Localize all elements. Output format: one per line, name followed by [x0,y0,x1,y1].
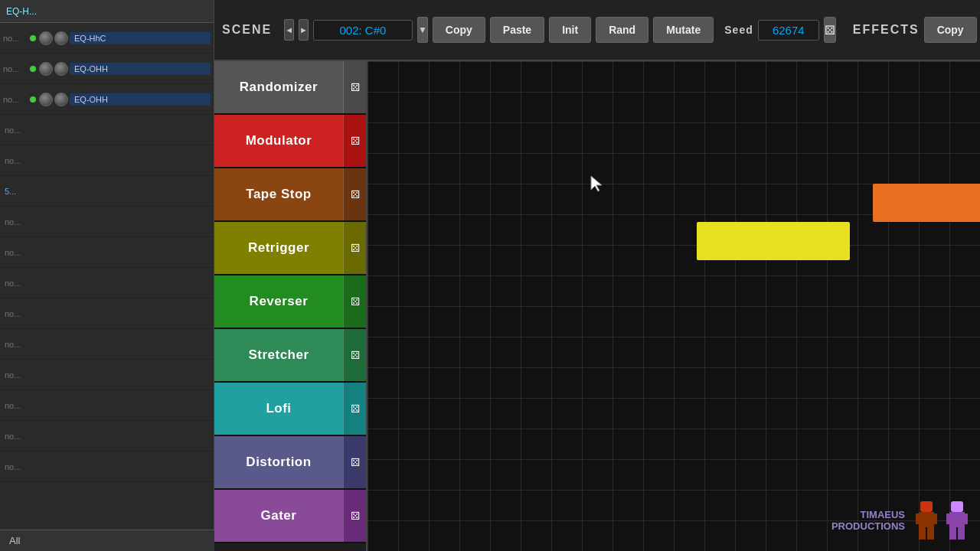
channel-name-2[interactable]: EQ-OHH [70,63,211,75]
knob-2b[interactable] [54,62,68,76]
svg-rect-11 [949,527,956,540]
effect-randomizer[interactable]: Randomizer ⚄ [214,61,366,115]
effect-reverser-button[interactable]: Reverser [214,276,343,328]
main-area: SCENE ◄ ► 002: C#0 ▼ Copy Paste Init Ran… [214,0,980,551]
effect-lofi-button[interactable]: Lofi [214,383,343,435]
status-dot-1 [30,35,36,41]
toolbar: SCENE ◄ ► 002: C#0 ▼ Copy Paste Init Ran… [214,0,980,61]
grid-area[interactable]: TIMAEUS PRODUCTIONS [368,61,980,551]
scene-mutate-button[interactable]: Mutate [653,17,714,43]
no-row-6: no... [0,268,214,298]
effect-modulator-button[interactable]: Modulator [214,115,343,167]
scene-copy-button[interactable]: Copy [433,17,485,43]
effect-randomizer-button[interactable]: Randomizer [214,61,343,113]
sidebar-top-label: EQ-H... [6,6,37,17]
no-row-8: no... [0,329,214,360]
effect-distortion-button[interactable]: Distortion [214,436,343,488]
svg-rect-12 [958,527,965,540]
no-row-7: no... [0,298,214,329]
svg-rect-1 [920,501,933,512]
seed-dice-button[interactable]: ⚄ [824,17,836,43]
grid-lines [368,61,980,551]
effect-gater-dice[interactable]: ⚄ [343,490,366,542]
scene-init-button[interactable]: Init [549,17,591,43]
knob-1b[interactable] [54,31,68,45]
scene-selector[interactable]: 002: C#0 [313,20,413,41]
svg-rect-4 [931,514,937,524]
effect-tape-stop-button[interactable]: Tape Stop [214,168,343,220]
effect-retrigger-button[interactable]: Retrigger [214,222,343,274]
scene-paste-button[interactable]: Paste [490,17,544,43]
effect-distortion-dice[interactable]: ⚄ [343,436,366,488]
no-row-12: no... [0,452,214,482]
channel-name-1[interactable]: EQ-HhC [70,32,211,44]
watermark-text: TIMAEUS PRODUCTIONS [831,509,905,532]
channel-name-3[interactable]: EQ-OHH [70,93,211,106]
scene-prev-button[interactable]: ◄ [284,19,294,41]
status-dot-3 [30,96,36,103]
no-row-9: no... [0,360,214,390]
watermark-sprite [911,497,972,543]
effect-stretcher-dice[interactable]: ⚄ [343,329,366,381]
watermark: TIMAEUS PRODUCTIONS [831,497,972,543]
no-row-10: no... [0,390,214,421]
effect-lofi[interactable]: Lofi ⚄ [214,383,366,436]
seed-value[interactable]: 62674 [758,20,819,41]
scene-dropdown-button[interactable]: ▼ [417,17,428,43]
no-row-11: no... [0,421,214,452]
knob-3b[interactable] [54,93,68,106]
grid-block-yellow[interactable] [697,222,850,260]
seed-label: Seed [724,24,753,36]
svg-rect-9 [946,514,952,524]
svg-rect-5 [919,527,926,540]
effects-label: EFFECTS [853,23,920,37]
effect-stretcher-button[interactable]: Stretcher [214,329,343,381]
effect-tape-stop-dice[interactable]: ⚄ [343,168,366,220]
effect-retrigger-dice[interactable]: ⚄ [343,222,366,274]
grid-block-orange[interactable] [873,184,980,222]
channel-row-2[interactable]: no... EQ-OHH [0,54,214,84]
knob-3a[interactable] [39,93,53,106]
no-row-4: no... [0,237,214,268]
channel-row-1[interactable]: no... EQ-HhC [0,23,214,54]
effect-reverser-dice[interactable]: ⚄ [343,276,366,328]
no-row-3: no... [0,207,214,237]
effect-modulator[interactable]: Modulator ⚄ [214,115,366,168]
status-dot-2 [30,66,36,72]
channel-label-2: no... [3,64,30,73]
knob-1a[interactable] [39,31,53,45]
effects-panel: Randomizer ⚄ Modulator ⚄ Tape Stop ⚄ Ret… [214,61,368,551]
no-row-1: no... [0,115,214,145]
channel-label-1: no... [3,34,30,43]
effects-copy-button[interactable]: Copy [924,17,977,43]
no-row-2: no... [0,145,214,176]
no-row-5: 5... [0,176,214,207]
effect-retrigger[interactable]: Retrigger ⚄ [214,222,366,276]
svg-rect-7 [951,501,963,512]
effect-gater[interactable]: Gater ⚄ [214,490,366,543]
svg-rect-10 [962,514,968,524]
effect-reverser[interactable]: Reverser ⚄ [214,276,366,329]
scene-label: SCENE [222,23,272,37]
scene-rand-button[interactable]: Rand [596,17,648,43]
sidebar-header: EQ-H... [0,0,214,23]
effect-stretcher[interactable]: Stretcher ⚄ [214,329,366,383]
channel-row-3[interactable]: no... EQ-OHH [0,84,214,115]
channel-label-3: no... [3,95,30,104]
effect-randomizer-dice[interactable]: ⚄ [343,61,366,113]
scene-next-button[interactable]: ► [299,19,309,41]
effect-distortion[interactable]: Distortion ⚄ [214,436,366,490]
effect-lofi-dice[interactable]: ⚄ [343,383,366,435]
sidebar: EQ-H... no... EQ-HhC no... EQ-OHH no... … [0,0,214,551]
knob-2a[interactable] [39,62,53,76]
svg-rect-6 [927,527,934,540]
all-filter[interactable]: All [0,530,214,551]
effect-gater-button[interactable]: Gater [214,490,343,542]
svg-rect-3 [916,514,922,524]
effect-modulator-dice[interactable]: ⚄ [343,115,366,167]
effect-tape-stop[interactable]: Tape Stop ⚄ [214,168,366,222]
